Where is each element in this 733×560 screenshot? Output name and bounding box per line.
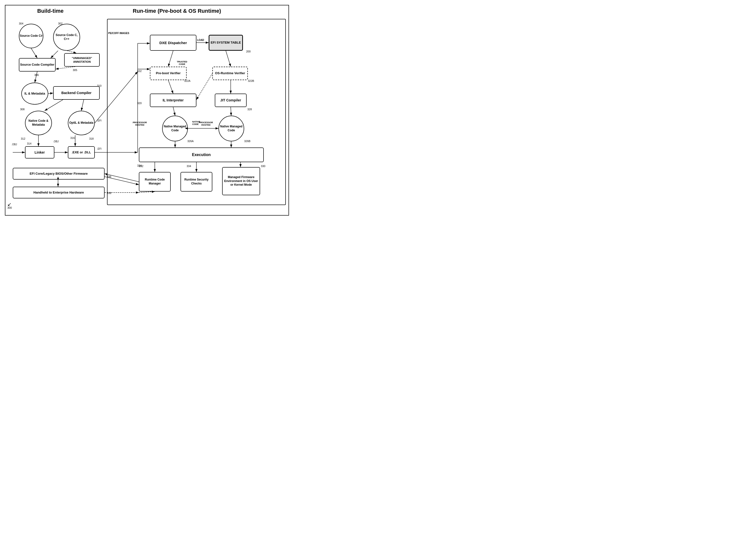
- ref-308: 308: [20, 108, 25, 111]
- jit-compiler: JIT Compiler: [215, 94, 247, 107]
- runtime-label: Run-time (Pre-boot & OS Runtime): [133, 8, 221, 14]
- ref-336: 336: [107, 175, 111, 178]
- handheld-hardware: Handheld to Enterprise Hardware: [13, 187, 105, 198]
- unmanaged-annotation: "UNMANAGED" ANNOTATION: [64, 53, 100, 67]
- efi-core-bios: EFI Core/Legacy BIOS/Other Firmware: [13, 168, 105, 180]
- trusted-code-label: TRUSTEDCODE: [177, 61, 187, 65]
- processor-hosted-right: PROCESSORHOSTED: [199, 121, 213, 126]
- processor-hosted-left: PROCESSORHOSTED: [133, 121, 147, 126]
- svg-line-23: [168, 80, 173, 94]
- native-managed-code-left: Native Managed Code: [162, 116, 188, 141]
- ref-322A: 322A: [184, 79, 191, 82]
- diagram-container: Build-time Run-time (Pre-boot & OS Runti…: [5, 5, 289, 216]
- ref-316: 316: [70, 136, 75, 139]
- ref-310: 310: [97, 84, 101, 87]
- ref-328: 328: [247, 108, 252, 111]
- svg-line-26: [173, 107, 175, 116]
- runtime-security-checks: Runtime Security Checks: [181, 172, 212, 192]
- il-metadata: IL & Metadata: [21, 83, 48, 105]
- ref-102: 102: [137, 70, 142, 73]
- ref-200: 200: [246, 50, 251, 53]
- svg-line-3: [51, 51, 58, 58]
- source-code-compiler: Source Code Compiler: [19, 58, 56, 72]
- linker: Linker: [25, 146, 54, 158]
- ref-306: 306: [34, 73, 39, 76]
- svg-line-7: [48, 93, 53, 94]
- svg-line-5: [56, 67, 75, 69]
- ref-326A: 326A: [187, 140, 194, 143]
- build-time-label: Build-time: [37, 8, 64, 14]
- svg-line-2: [31, 48, 37, 58]
- ref-326B: 326B: [244, 140, 251, 143]
- svg-line-38: [139, 192, 155, 193]
- efi-system-table: EFI SYSTEM TABLE: [209, 35, 243, 51]
- backend-compiler: Backend Compiler: [53, 86, 100, 100]
- efi-label-1: .EFI: [97, 119, 101, 122]
- svg-line-4: [67, 51, 76, 53]
- source-code-csharp: Source Code C#: [19, 24, 43, 48]
- ref-305: 305: [73, 69, 77, 72]
- svg-line-8: [45, 100, 63, 111]
- exe-dll: .EXE or .DLL: [68, 146, 95, 158]
- ref-334: 334: [187, 165, 191, 168]
- ref-304: 304: [19, 22, 23, 25]
- obj-label-mid: .OBJ: [53, 140, 59, 143]
- source-code-cpp: Source Code C, C++: [53, 24, 80, 51]
- svg-line-6: [35, 72, 37, 83]
- managed-firmware-env: Managed Firmware Environment in OS User …: [222, 167, 260, 195]
- ref-302: 302: [58, 22, 62, 25]
- obj-label-left: .OBJ: [12, 143, 17, 146]
- runtime-code-manager: Runtime Code Manager: [139, 172, 171, 192]
- dxe-dispatcher: DXE Dispatcher: [150, 35, 197, 51]
- svg-line-22: [168, 51, 173, 67]
- svg-line-24: [197, 73, 212, 100]
- load-label: LOAD: [197, 39, 204, 41]
- ref-338: 338: [107, 192, 111, 195]
- ref-322B: 322B: [248, 79, 254, 82]
- svg-line-9: [81, 100, 84, 111]
- native-managed-code-right: Native Managed Code: [219, 116, 244, 141]
- ref-300: 300: [7, 206, 12, 209]
- pe-coff-label: PE/COFF IMAGES: [108, 32, 129, 35]
- optil-metadata: OptIL & Metadata: [68, 111, 95, 135]
- svg-line-21: [226, 51, 231, 67]
- il-interpreter: IL Interpreter: [150, 94, 197, 107]
- ref-314: 314: [27, 142, 31, 145]
- ref-332: 332: [139, 165, 143, 168]
- svg-line-27: [231, 107, 231, 116]
- os-runtime-verifier: OS-Runtime Verifier: [212, 67, 248, 80]
- preboot-verifier: Pre-boot Verifier: [150, 67, 187, 80]
- ref-320: 320: [137, 102, 142, 105]
- svg-line-14: [95, 72, 138, 123]
- ref-330: 330: [261, 165, 265, 168]
- native-code-metadata: Native Code & Metadata: [25, 111, 52, 135]
- efi-label-2: .EFI: [97, 147, 101, 150]
- execution: Execution: [139, 147, 264, 162]
- ref-318: 318: [89, 137, 94, 140]
- ref-312: 312: [21, 137, 25, 140]
